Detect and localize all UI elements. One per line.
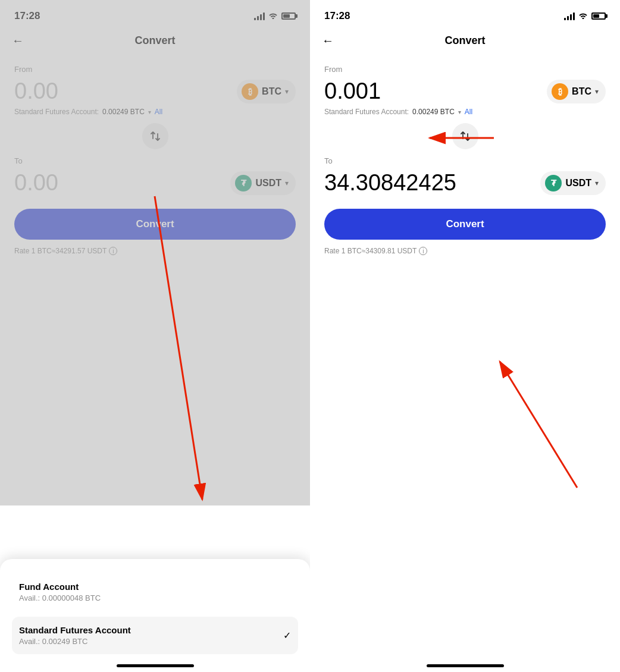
right-from-amount[interactable]: 0.001 xyxy=(324,78,381,104)
right-from-amount-row: 0.001 ₿ BTC ▾ xyxy=(324,78,606,104)
right-account-label: Standard Futures Account: xyxy=(324,108,409,116)
right-nav-header: ← Convert xyxy=(310,29,620,55)
right-home-indicator xyxy=(427,664,504,667)
left-fund-account-title: Fund Account xyxy=(19,582,291,592)
right-content: From 0.001 ₿ BTC ▾ Standard Futures Acco… xyxy=(310,55,620,265)
right-btc-logo: ₿ xyxy=(552,83,568,100)
right-time: 17:28 xyxy=(324,10,350,22)
left-futures-account-item[interactable]: Standard Futures Account Avail.: 0.00249… xyxy=(12,617,298,654)
right-battery-icon xyxy=(591,12,606,20)
right-to-token-name: USDT xyxy=(565,178,591,189)
right-back-button[interactable]: ← xyxy=(322,34,334,48)
left-futures-account-info: Standard Futures Account Avail.: 0.00249… xyxy=(19,625,131,646)
right-panel: 17:28 ← Convert From 0.001 ₿ xyxy=(310,0,620,672)
right-to-amount[interactable]: 34.30842425 xyxy=(324,170,456,196)
left-futures-account-title: Standard Futures Account xyxy=(19,625,131,635)
right-status-bar: 17:28 xyxy=(310,0,620,29)
left-panel: 17:28 ← Convert From 0.00 ₿ xyxy=(0,0,310,672)
right-chevron-small: ▾ xyxy=(458,109,461,115)
right-all-link[interactable]: All xyxy=(465,108,472,116)
right-from-chevron-icon: ▾ xyxy=(595,87,599,96)
right-swap-icon xyxy=(459,130,471,142)
left-bottom-sheet: Fund Account Avail.: 0.00000048 BTC Stan… xyxy=(0,559,310,672)
right-status-icons xyxy=(564,11,606,21)
left-fund-account-item[interactable]: Fund Account Avail.: 0.00000048 BTC xyxy=(12,573,298,611)
right-convert-button[interactable]: Convert xyxy=(324,209,606,240)
right-account-balance: 0.00249 BTC xyxy=(412,108,455,116)
right-to-label: To xyxy=(324,156,606,165)
right-from-token-name: BTC xyxy=(572,86,591,97)
right-info-icon: i xyxy=(419,247,427,255)
left-futures-account-sub: Avail.: 0.00249 BTC xyxy=(19,637,131,646)
right-signal-icon xyxy=(564,12,575,20)
right-swap-button[interactable] xyxy=(452,123,478,149)
right-to-amount-row: 34.30842425 ₮ USDT ▾ xyxy=(324,170,606,196)
right-swap-container xyxy=(324,123,606,149)
right-usdt-logo: ₮ xyxy=(545,175,562,191)
right-page-title: Convert xyxy=(444,34,485,47)
left-home-indicator xyxy=(117,664,194,667)
right-account-row: Standard Futures Account: 0.00249 BTC ▾ … xyxy=(324,108,606,116)
right-from-label: From xyxy=(324,65,606,74)
right-rate-row: Rate 1 BTC≈34309.81 USDT i xyxy=(324,247,606,255)
left-overlay xyxy=(0,0,310,505)
right-wifi-icon xyxy=(578,11,588,21)
right-rate-text: Rate 1 BTC≈34309.81 USDT xyxy=(324,247,417,255)
right-to-chevron-icon: ▾ xyxy=(595,179,599,187)
left-checkmark-icon: ✓ xyxy=(283,630,291,641)
right-from-token-selector[interactable]: ₿ BTC ▾ xyxy=(547,80,606,103)
left-fund-account-sub: Avail.: 0.00000048 BTC xyxy=(19,594,291,602)
right-to-token-selector[interactable]: ₮ USDT ▾ xyxy=(540,171,606,195)
